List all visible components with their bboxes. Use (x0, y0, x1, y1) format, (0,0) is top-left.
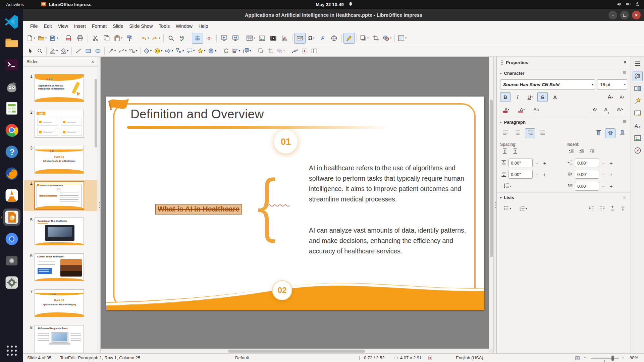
focused-app-indicator[interactable]: LibreOffice Impress (41, 1, 92, 8)
dropdown-arrow-icon[interactable]: ▾ (250, 49, 251, 52)
dropdown-arrow-icon[interactable]: ▾ (405, 37, 407, 40)
slide-thumbnail-1[interactable]: 1 Applications of Artificial Intelligenc… (26, 74, 96, 102)
cut-button[interactable] (90, 33, 101, 44)
rectangle-button[interactable] (83, 46, 93, 55)
menu-window[interactable]: Window (173, 22, 196, 30)
insert-image-button[interactable] (256, 33, 268, 44)
thumbnail-preview[interactable]: Applications of Artificial Intelligence … (35, 74, 84, 102)
font-name-input[interactable] (503, 82, 590, 87)
menu-help[interactable]: Help (196, 22, 211, 30)
display-grid-button[interactable] (192, 33, 203, 44)
spacing-above-input[interactable] (508, 159, 533, 167)
dock-files[interactable] (3, 34, 20, 52)
slide-thumbnail-2[interactable]: 2 目录 (26, 110, 96, 138)
dropdown-arrow-icon[interactable]: ▾ (215, 49, 216, 52)
section-badge-01[interactable]: 01 (274, 130, 298, 154)
stars-and-banners-button[interactable]: ▾ (196, 46, 207, 55)
promote-button[interactable] (597, 204, 606, 213)
save-button[interactable]: ▾ (48, 33, 59, 44)
section-menu-icon[interactable] (622, 194, 627, 201)
insert-hyperlink-button[interactable] (328, 33, 340, 44)
curves-and-polygons-button[interactable]: ▾ (117, 46, 128, 55)
sidebar-tab-slide-transition[interactable] (633, 83, 643, 94)
dropdown-arrow-icon[interactable]: ▾ (136, 49, 137, 52)
sidebar-tab-navigator[interactable] (633, 145, 643, 156)
dropdown-arrow-icon[interactable]: ▾ (56, 49, 58, 52)
highlight-dropdown-icon[interactable]: ▾ (523, 108, 525, 111)
align-right-button[interactable] (525, 128, 535, 138)
dock-settings[interactable] (3, 274, 20, 291)
thumbnail-preview[interactable]: 目录 (35, 110, 84, 138)
clone-formatting-button[interactable] (124, 33, 135, 44)
dropdown-arrow-icon[interactable]: ▾ (193, 49, 195, 52)
indent-after-input[interactable] (575, 170, 599, 179)
first-line-indent-input[interactable] (575, 182, 599, 191)
dropdown-arrow-icon[interactable]: ▾ (283, 49, 285, 52)
indent-after-decrease[interactable]: − (600, 170, 607, 178)
dropdown-arrow-icon[interactable]: ▾ (182, 49, 184, 52)
dock-chrome[interactable] (3, 121, 20, 139)
menu-slide[interactable]: Slide (110, 22, 126, 30)
open-button[interactable]: ▾ (37, 33, 48, 44)
paste-button[interactable]: ▾ (112, 33, 124, 44)
section-badge-02[interactable]: 02 (272, 280, 292, 300)
close-button[interactable]: × (632, 11, 641, 19)
insert-fontwork-button[interactable]: F (317, 33, 328, 44)
show-gluepoint-functions-button[interactable] (309, 46, 319, 55)
dock-vscode[interactable] (3, 12, 20, 30)
section-menu-icon[interactable] (622, 119, 627, 125)
dropdown-arrow-icon[interactable]: ▾ (45, 37, 47, 40)
thumbnail-preview[interactable]: Evolution of AI in Healthcare (35, 218, 84, 245)
insert-line-button[interactable] (73, 46, 83, 55)
zoom-slider[interactable] (591, 358, 619, 359)
lines-and-arrows-button[interactable]: ▾ (106, 46, 117, 55)
insert-chart-button[interactable] (279, 33, 290, 44)
thumbnail-preview[interactable]: Part 02 Applications in Medical Imaging (35, 289, 84, 317)
increase-spacing-button[interactable] (500, 147, 509, 156)
panel-splitter-left[interactable] (98, 57, 101, 353)
shadow-button[interactable]: A (550, 92, 560, 102)
ordered-list-button[interactable]: 123▾ (516, 204, 530, 214)
insert-media-button[interactable] (268, 33, 279, 44)
first-line-indent-decrease[interactable]: − (600, 182, 607, 190)
zoom-level-status[interactable]: 88% (630, 355, 638, 360)
system-status-menu[interactable] (617, 1, 640, 8)
align-bottom-button[interactable] (617, 128, 627, 138)
image-filter-button[interactable]: ▾ (381, 33, 393, 44)
dropdown-arrow-icon[interactable]: ▾ (313, 37, 315, 40)
spelling-button[interactable]: AB (177, 33, 188, 44)
display-views-button[interactable]: ▾ (396, 33, 408, 44)
slide-thumbnail-5[interactable]: 5 Evolution of AI in Healthcare (26, 218, 96, 245)
dropdown-arrow-icon[interactable]: ▾ (204, 49, 205, 52)
rotate-button[interactable] (221, 46, 231, 55)
dropdown-arrow-icon[interactable]: ▾ (367, 37, 369, 40)
start-from-first-slide-button[interactable] (218, 33, 230, 44)
font-color-dropdown-icon[interactable]: ▾ (508, 108, 509, 111)
selected-heading-text[interactable]: What is AI in Healthcare (156, 204, 241, 214)
dropdown-arrow-icon[interactable]: ▾ (239, 49, 240, 52)
h-scroll-thumb[interactable] (228, 350, 365, 353)
show-draw-functions-button[interactable] (343, 33, 355, 44)
start-from-current-slide-button[interactable] (230, 33, 241, 44)
zoom-out-button[interactable]: − (584, 355, 587, 360)
dropdown-arrow-icon[interactable]: ▾ (390, 37, 391, 40)
dropdown-arrow-icon[interactable]: ▾ (254, 37, 255, 40)
paragraph-section-header[interactable]: ▾ Paragraph (497, 117, 631, 127)
dock-chromium[interactable] (3, 230, 20, 248)
dock-help[interactable]: ? (3, 143, 20, 161)
unordered-list-dropdown-icon[interactable]: ▾ (509, 207, 511, 210)
3d-objects-button[interactable]: ▾ (207, 46, 217, 55)
symbol-shapes-button[interactable]: ▾ (153, 46, 164, 55)
slide-count-status[interactable]: Slide 4 of 35 (27, 355, 51, 360)
dock-terminal[interactable] (3, 56, 20, 73)
line-spacing-dropdown-icon[interactable]: ▾ (510, 185, 511, 188)
char-spacing-dropdown-icon[interactable]: ▾ (622, 108, 623, 111)
sidebar-tab-gallery[interactable] (633, 133, 643, 143)
basic-shapes-button[interactable]: ▾ (142, 46, 153, 55)
spacing-below-input[interactable] (508, 170, 533, 179)
template-status[interactable]: Default (235, 355, 249, 360)
dropdown-arrow-icon[interactable]: ▾ (125, 49, 126, 52)
slide-thumbnail-8[interactable]: 8 AI-Powered Diagnostic Tools (26, 325, 96, 353)
superscript-button[interactable]: A² (590, 105, 600, 114)
dropdown-arrow-icon[interactable]: ▾ (121, 37, 122, 40)
